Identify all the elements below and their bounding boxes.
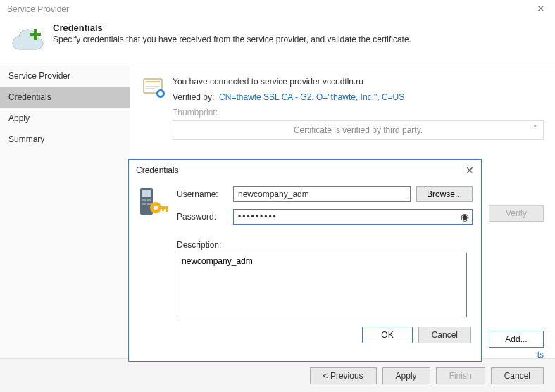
cancel-button[interactable]: Cancel (491, 367, 544, 384)
page-title: Credentials (53, 23, 411, 33)
credentials-key-icon (137, 186, 170, 225)
verify-button: Verify (489, 205, 544, 222)
sidebar-item-service-provider[interactable]: Service Provider (0, 65, 130, 87)
add-button[interactable]: Add... (489, 331, 544, 348)
sidebar-item-summary[interactable]: Summary (0, 129, 130, 150)
svg-rect-5 (146, 86, 160, 87)
verified-link[interactable]: CN=thawte SSL CA - G2, O="thawte, Inc.",… (219, 92, 404, 102)
thumbprint-box: Certificate is verified by third party. … (173, 120, 544, 140)
svg-rect-6 (146, 88, 156, 89)
svg-rect-11 (142, 199, 146, 201)
reveal-password-icon[interactable]: ◉ (461, 211, 469, 222)
svg-point-8 (158, 91, 163, 96)
cloud-plus-icon (11, 23, 46, 58)
svg-point-16 (154, 206, 158, 210)
svg-rect-18 (166, 209, 168, 212)
certificate-icon (143, 77, 166, 99)
previous-button[interactable]: < Previous (310, 367, 377, 384)
svg-rect-19 (162, 209, 164, 211)
svg-rect-13 (142, 203, 146, 205)
svg-rect-14 (147, 203, 151, 205)
username-input[interactable] (233, 186, 411, 202)
header: Credentials Specify credentials that you… (0, 18, 555, 65)
dialog-close-icon[interactable]: ✕ (466, 165, 474, 176)
apply-button[interactable]: Apply (382, 367, 430, 384)
ok-button[interactable]: OK (362, 327, 412, 343)
close-icon[interactable]: ✕ (534, 2, 548, 16)
browse-button[interactable]: Browse... (416, 186, 473, 202)
thumbprint-label: Thumbprint: (173, 108, 544, 118)
connected-text: You have connected to service provider v… (173, 77, 544, 87)
svg-rect-12 (147, 199, 151, 201)
verified-by-label: Verified by: (173, 92, 214, 102)
dialog-cancel-button[interactable]: Cancel (418, 327, 471, 343)
credentials-dialog: Credentials ✕ (128, 159, 482, 362)
sidebar-item-apply[interactable]: Apply (0, 108, 130, 129)
finish-button: Finish (436, 367, 485, 384)
password-label: Password: (177, 212, 227, 222)
svg-rect-10 (142, 190, 151, 197)
page-subtitle: Specify credentials that you have receiv… (53, 34, 411, 44)
titlebar: Service Provider ✕ (0, 0, 555, 18)
wizard-sidebar: Service Provider Credentials Apply Summa… (0, 65, 130, 362)
username-label: Username: (177, 189, 227, 199)
svg-rect-3 (146, 81, 160, 82)
chevron-up-icon[interactable]: ˄ (530, 124, 540, 134)
svg-rect-1 (30, 33, 41, 36)
password-input[interactable] (233, 209, 473, 225)
thumbprint-message: Certificate is verified by third party. (173, 121, 543, 139)
sidebar-item-credentials[interactable]: Credentials (0, 87, 130, 108)
dialog-titlebar: Credentials ✕ (129, 160, 481, 181)
svg-rect-4 (146, 84, 160, 84)
description-label: Description: (177, 240, 473, 250)
description-textarea[interactable] (177, 253, 467, 317)
dialog-title: Credentials (136, 165, 179, 175)
svg-rect-17 (160, 206, 168, 209)
wizard-footer: < Previous Apply Finish Cancel (0, 358, 555, 392)
window-title: Service Provider (7, 4, 69, 14)
